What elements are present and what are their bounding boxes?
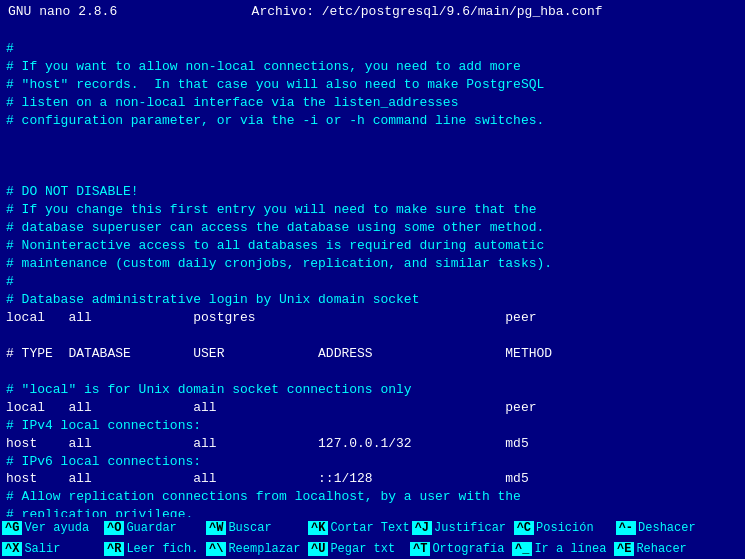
editor-line: local all postgres peer [6, 309, 739, 327]
editor-line: # Database administrative login by Unix … [6, 291, 739, 309]
shortcut-item[interactable]: ^TOrtografía [410, 542, 510, 556]
shortcut-item[interactable]: ^OGuardar [104, 521, 204, 535]
shortcut-item[interactable]: ^CPosición [514, 521, 614, 535]
shortcut-label: Ir a línea [534, 542, 606, 556]
editor-line: # TYPE DATABASE USER ADDRESS METHOD [6, 345, 739, 363]
shortcut-key: ^J [412, 521, 432, 535]
editor-line [6, 166, 739, 184]
shortcut-key: ^X [2, 542, 22, 556]
shortcut-item[interactable]: ^ERehacer [614, 542, 714, 556]
editor-line [6, 327, 739, 345]
shortcut-key: ^G [2, 521, 22, 535]
shortcut-item[interactable]: ^UPegar txt [308, 542, 408, 556]
editor-area[interactable]: ## If you want to allow non-local connec… [0, 22, 745, 517]
shortcut-item[interactable]: ^\Reemplazar [206, 542, 306, 556]
editor-line [6, 130, 739, 148]
shortcut-label: Justificar [434, 521, 506, 535]
editor-line: # If you change this first entry you wil… [6, 201, 739, 219]
shortcut-label: Pegar txt [330, 542, 395, 556]
editor-line: # IPv6 local connections: [6, 453, 739, 471]
shortcut-label: Reemplazar [228, 542, 300, 556]
shortcut-key: ^K [308, 521, 328, 535]
editor-line: host all all 127.0.0.1/32 md5 [6, 435, 739, 453]
shortcut-label: Leer fich. [126, 542, 198, 556]
title-bar: GNU nano 2.8.6 Archivo: /etc/postgresql/… [0, 0, 745, 22]
shortcut-item[interactable]: ^-Deshacer [616, 521, 716, 535]
shortcut-label: Guardar [126, 521, 176, 535]
shortcut-row-2: ^XSalir^RLeer fich.^\Reemplazar^UPegar t… [0, 538, 745, 559]
editor-line [6, 363, 739, 381]
shortcut-key: ^U [308, 542, 328, 556]
editor-line: # IPv4 local connections: [6, 417, 739, 435]
shortcut-label: Ortografía [432, 542, 504, 556]
shortcut-key: ^C [514, 521, 534, 535]
shortcut-item[interactable]: ^_Ir a línea [512, 542, 612, 556]
shortcut-key: ^_ [512, 542, 532, 556]
editor-line: # "host" records. In that case you will … [6, 76, 739, 94]
editor-line: # configuration parameter, or via the -i… [6, 112, 739, 130]
editor-line: # Allow replication connections from loc… [6, 488, 739, 506]
shortcut-row-1: ^GVer ayuda^OGuardar^WBuscar^KCortar Tex… [0, 517, 745, 538]
shortcut-key: ^\ [206, 542, 226, 556]
editor-line: # DO NOT DISABLE! [6, 183, 739, 201]
file-path: Archivo: /etc/postgresql/9.6/main/pg_hba… [252, 4, 603, 19]
shortcut-key: ^T [410, 542, 430, 556]
shortcut-item[interactable]: ^XSalir [2, 542, 102, 556]
shortcut-item[interactable]: ^WBuscar [206, 521, 306, 535]
shortcut-key: ^R [104, 542, 124, 556]
shortcut-item[interactable]: ^JJustificar [412, 521, 512, 535]
editor-line [6, 148, 739, 166]
shortcut-item[interactable]: ^GVer ayuda [2, 521, 102, 535]
editor-line: # [6, 273, 739, 291]
shortcut-item[interactable]: ^KCortar Text [308, 521, 410, 535]
editor-line: # If you want to allow non-local connect… [6, 58, 739, 76]
shortcut-key: ^W [206, 521, 226, 535]
shortcut-label: Rehacer [636, 542, 686, 556]
shortcut-label: Cortar Text [330, 521, 409, 535]
shortcut-item[interactable]: ^RLeer fich. [104, 542, 204, 556]
editor-line: # [6, 40, 739, 58]
editor-line: # maintenance (custom daily cronjobs, re… [6, 255, 739, 273]
shortcut-label: Posición [536, 521, 594, 535]
editor-line: # database superuser can access the data… [6, 219, 739, 237]
shortcut-label: Ver ayuda [24, 521, 89, 535]
shortcut-label: Buscar [228, 521, 271, 535]
shortcut-label: Deshacer [638, 521, 696, 535]
shortcut-label: Salir [24, 542, 60, 556]
editor-line: host all all ::1/128 md5 [6, 470, 739, 488]
editor-line: local all all peer [6, 399, 739, 417]
editor-line: # "local" is for Unix domain socket conn… [6, 381, 739, 399]
editor-line: # Noninteractive access to all databases… [6, 237, 739, 255]
bottom-bar: ^GVer ayuda^OGuardar^WBuscar^KCortar Tex… [0, 517, 745, 559]
shortcut-key: ^O [104, 521, 124, 535]
app-name: GNU nano 2.8.6 [8, 4, 117, 19]
shortcut-key: ^E [614, 542, 634, 556]
editor-line: # listen on a non-local interface via th… [6, 94, 739, 112]
editor-line: # replication privilege. [6, 506, 739, 517]
shortcut-key: ^- [616, 521, 636, 535]
